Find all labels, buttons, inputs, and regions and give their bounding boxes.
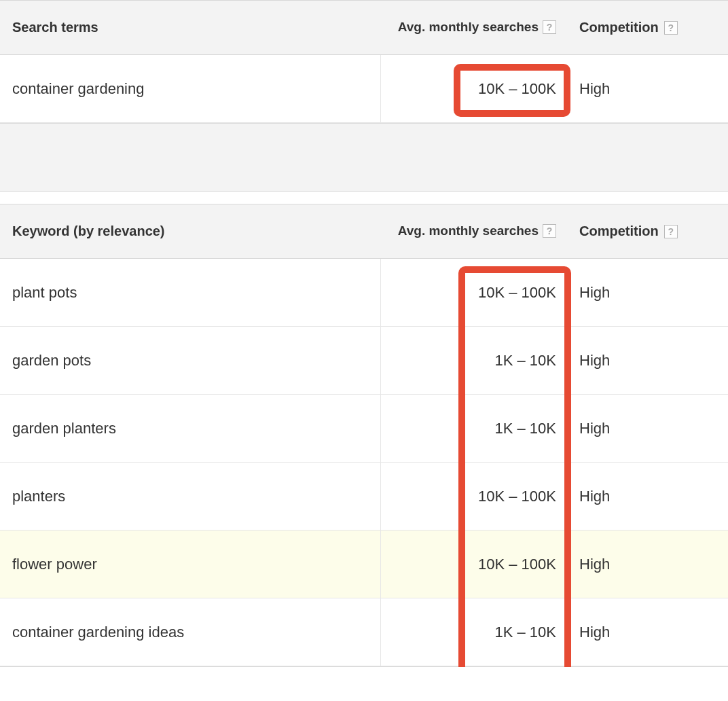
column-divider [380, 598, 381, 666]
cell-competition: High [567, 410, 728, 447]
header-competition-label: Competition [579, 223, 659, 239]
table-row[interactable]: container gardening ideas 1K – 10K High [0, 598, 728, 666]
column-divider [380, 55, 381, 122]
cell-term: container gardening [0, 71, 380, 107]
cell-competition: High [567, 274, 728, 311]
column-divider [380, 395, 381, 462]
header-competition[interactable]: Competition ? [567, 214, 728, 249]
cell-searches: 10K – 100K [380, 546, 567, 583]
header-searches-label: Avg. monthly searches [398, 20, 539, 35]
cell-searches: 10K – 100K [380, 274, 567, 311]
header-avg-monthly-searches[interactable]: Avg. monthly searches ? [380, 214, 567, 249]
column-divider [380, 531, 381, 598]
help-icon[interactable]: ? [543, 224, 556, 238]
column-divider [380, 463, 381, 530]
header-keyword[interactable]: Keyword (by relevance) [0, 214, 380, 249]
header-search-terms[interactable]: Search terms [0, 10, 380, 45]
table-row[interactable]: container gardening 10K – 100K High [0, 55, 728, 123]
column-divider [380, 259, 381, 326]
header-competition[interactable]: Competition ? [567, 10, 728, 45]
cell-term: container gardening ideas [0, 614, 380, 651]
cell-competition: High [567, 546, 728, 583]
cell-term: garden pots [0, 342, 380, 379]
help-icon[interactable]: ? [543, 20, 556, 34]
cell-competition: High [567, 342, 728, 379]
cell-term: planters [0, 478, 380, 515]
cell-searches: 10K – 100K [380, 71, 567, 107]
section-gap [0, 124, 728, 192]
table-header-row: Search terms Avg. monthly searches ? Com… [0, 1, 728, 55]
cell-term: garden planters [0, 410, 380, 447]
table-row[interactable]: garden pots 1K – 10K High [0, 327, 728, 395]
table-header-row: Keyword (by relevance) Avg. monthly sear… [0, 204, 728, 259]
header-searches-label: Avg. monthly searches [398, 223, 539, 239]
column-divider [380, 327, 381, 394]
cell-term: plant pots [0, 274, 380, 311]
table-row[interactable]: garden planters 1K – 10K High [0, 395, 728, 463]
cell-searches: 1K – 10K [380, 614, 567, 651]
table-row[interactable]: planters 10K – 100K High [0, 463, 728, 531]
cell-searches: 1K – 10K [380, 410, 567, 447]
help-icon[interactable]: ? [664, 21, 678, 35]
cell-searches: 10K – 100K [380, 478, 567, 515]
header-competition-label: Competition [579, 20, 659, 35]
search-terms-table: Search terms Avg. monthly searches ? Com… [0, 0, 728, 124]
cell-competition: High [567, 614, 728, 651]
cell-term: flower power [0, 546, 380, 583]
help-icon[interactable]: ? [664, 225, 678, 238]
spacer [0, 192, 728, 204]
cell-competition: High [567, 71, 728, 107]
table-row[interactable]: plant pots 10K – 100K High [0, 259, 728, 327]
header-avg-monthly-searches[interactable]: Avg. monthly searches ? [380, 10, 567, 45]
cell-competition: High [567, 478, 728, 515]
table-row[interactable]: flower power 10K – 100K High [0, 531, 728, 598]
cell-searches: 1K – 10K [380, 342, 567, 379]
keywords-table: Keyword (by relevance) Avg. monthly sear… [0, 204, 728, 667]
